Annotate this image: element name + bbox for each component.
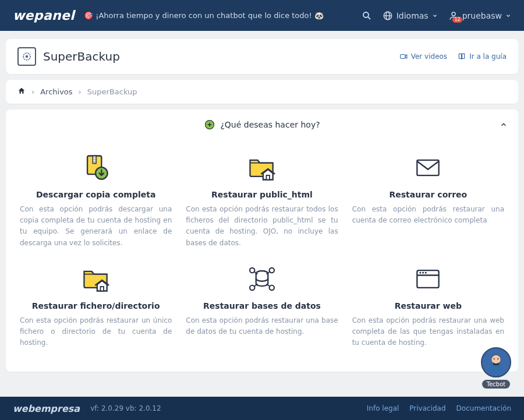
chatbot-label: Tecbot bbox=[482, 380, 510, 389]
svg-point-34 bbox=[425, 272, 427, 274]
tile-restore-file-dir[interactable]: Restaurar fichero/directorio Con esta op… bbox=[20, 263, 172, 349]
chatbot-widget[interactable]: Tecbot bbox=[481, 347, 511, 389]
footer: webempresa vf: 2.0.29 vb: 2.0.12 Info le… bbox=[0, 397, 524, 420]
svg-point-5 bbox=[452, 12, 455, 16]
version-text: vf: 2.0.29 vb: 2.0.12 bbox=[90, 404, 161, 412]
svg-rect-18 bbox=[266, 175, 270, 179]
chevron-up-icon[interactable] bbox=[500, 120, 508, 131]
chevron-down-icon bbox=[505, 11, 511, 20]
tile-description: Con esta opción podrás descargar una cop… bbox=[20, 204, 172, 249]
username-label: pruebasw bbox=[462, 11, 502, 20]
tile-title: Restaurar correo bbox=[352, 190, 504, 199]
tile-title: Restaurar fichero/directorio bbox=[20, 301, 172, 310]
zip-download-icon bbox=[20, 151, 172, 184]
footer-legal-link[interactable]: Info legal bbox=[367, 404, 399, 412]
svg-point-32 bbox=[420, 272, 422, 274]
folder-home-icon bbox=[186, 151, 338, 184]
view-videos-link[interactable]: Ver videos bbox=[399, 52, 447, 61]
globe-icon bbox=[383, 10, 393, 21]
tile-description: Con esta opción podrás restaurar una bas… bbox=[186, 315, 338, 337]
breadcrumb-separator: › bbox=[31, 87, 34, 96]
breadcrumb-separator: › bbox=[79, 87, 82, 96]
svg-rect-8 bbox=[400, 55, 405, 59]
home-icon[interactable] bbox=[17, 87, 26, 97]
tile-description: Con esta opción podrás restaurar una web… bbox=[352, 315, 504, 349]
tile-description: Con esta opción podrás restaurar un únic… bbox=[20, 315, 172, 349]
search-icon[interactable] bbox=[362, 10, 372, 21]
chevron-down-icon bbox=[432, 11, 438, 20]
svg-point-37 bbox=[493, 358, 494, 359]
superbackup-icon bbox=[17, 47, 36, 66]
page-title: SuperBackup bbox=[43, 50, 120, 63]
user-menu[interactable]: 12 pruebasw bbox=[448, 10, 511, 21]
svg-line-1 bbox=[368, 16, 370, 19]
main-panel: ¿Qué deseas hacer hoy? Descargar copia bbox=[6, 110, 518, 372]
footer-docs-link[interactable]: Documentación bbox=[456, 404, 511, 412]
language-selector[interactable]: Idiomas bbox=[383, 10, 438, 21]
svg-rect-19 bbox=[417, 160, 439, 175]
breadcrumb-archivos[interactable]: Archivos bbox=[40, 87, 72, 96]
tile-restore-public-html[interactable]: Restaurar public_html Con esta opción po… bbox=[186, 151, 338, 249]
browser-window-icon bbox=[352, 263, 504, 295]
page-header: SuperBackup Ver videos Ir a la guía bbox=[6, 39, 518, 74]
envelope-icon bbox=[352, 151, 504, 184]
top-nav: wepanel 🎯 ¡Ahorra tiempo y dinero con un… bbox=[0, 0, 524, 31]
svg-marker-9 bbox=[405, 55, 407, 58]
database-icon bbox=[186, 263, 338, 295]
svg-rect-20 bbox=[100, 287, 104, 291]
brand-logo[interactable]: wepanel bbox=[13, 8, 75, 23]
tile-restore-web[interactable]: Restaurar web Con esta opción podrás res… bbox=[352, 263, 504, 349]
tile-title: Restaurar bases de datos bbox=[186, 301, 338, 310]
svg-point-38 bbox=[497, 358, 498, 359]
language-label: Idiomas bbox=[396, 11, 429, 20]
tile-title: Descargar copia completa bbox=[20, 190, 172, 199]
folder-home-icon bbox=[20, 263, 172, 295]
breadcrumb: › Archivos › SuperBackup bbox=[6, 80, 518, 104]
svg-rect-36 bbox=[490, 365, 502, 372]
guide-link[interactable]: Ir a la guía bbox=[458, 52, 507, 61]
footer-logo[interactable]: webempresa bbox=[13, 403, 80, 414]
svg-point-7 bbox=[26, 55, 29, 58]
add-icon bbox=[204, 119, 215, 130]
footer-privacy-link[interactable]: Privacidad bbox=[409, 404, 445, 412]
user-icon: 12 bbox=[448, 10, 459, 21]
promo-text: 🎯 ¡Ahorra tiempo y dinero con un chatbot… bbox=[84, 11, 324, 20]
tile-restore-mail[interactable]: Restaurar correo Con esta opción podrás … bbox=[352, 151, 504, 249]
guide-icon bbox=[458, 52, 466, 61]
tile-title: Restaurar public_html bbox=[186, 190, 338, 199]
tile-title: Restaurar web bbox=[352, 301, 504, 310]
breadcrumb-current: SuperBackup bbox=[87, 87, 137, 96]
notification-badge: 12 bbox=[452, 17, 462, 23]
tile-download-full-backup[interactable]: Descargar copia completa Con esta opción… bbox=[20, 151, 172, 249]
svg-point-0 bbox=[363, 12, 369, 17]
tile-description: Con esta opción podrás restaurar todos l… bbox=[186, 204, 338, 249]
panel-heading-text: ¿Qué deseas hacer hoy? bbox=[220, 120, 320, 129]
tiles-grid: Descargar copia completa Con esta opción… bbox=[6, 140, 518, 372]
chatbot-avatar-icon bbox=[481, 347, 511, 377]
svg-point-33 bbox=[422, 272, 424, 274]
tile-description: Con esta opción podrás restaurar una cue… bbox=[352, 204, 504, 226]
panel-heading[interactable]: ¿Qué deseas hacer hoy? bbox=[6, 110, 518, 140]
video-icon bbox=[399, 52, 408, 61]
tile-restore-database[interactable]: Restaurar bases de datos Con esta opción… bbox=[186, 263, 338, 349]
svg-point-35 bbox=[491, 355, 500, 363]
